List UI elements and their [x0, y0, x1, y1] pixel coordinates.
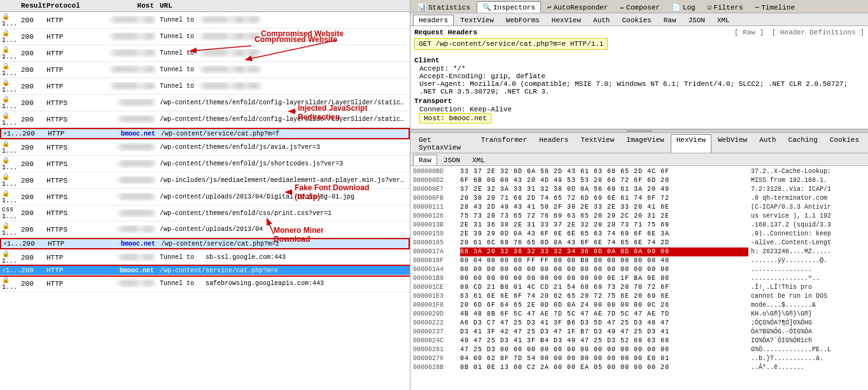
- subtab-json[interactable]: JSON: [683, 15, 711, 25]
- resp-hexview[interactable]: HexView: [671, 134, 711, 153]
- hex-address: 0000013B: [413, 221, 458, 230]
- table-row[interactable]: 🔒1... 200 HTTP nnnnn.nnn Tunnel to safeb…: [0, 275, 410, 292]
- row-protocol: HTTP: [45, 266, 80, 275]
- resp-textview[interactable]: TextView: [575, 134, 620, 153]
- transport-section-label: Transport: [414, 97, 864, 105]
- table-row[interactable]: 🔒1... 200 HTTP nnnnnnn.com Tunnel to nnn…: [0, 12, 410, 29]
- hex-bytes: 04 00 62 8F 7D 54 00 00 00 00 00 00 00 0…: [460, 354, 748, 363]
- row-host: nnnnnnnnn: [80, 193, 156, 201]
- row-icon: 🔒1...: [0, 221, 19, 237]
- tab-inspectors[interactable]: 🔍 Inspectors: [477, 1, 541, 13]
- table-row[interactable]: 🔒1... 200 HTTP nnnnnnn.com Tunnel to nnn…: [0, 62, 410, 78]
- hex-view[interactable]: 000000BD33 37 2E 32 0D 0A 58 2D 43 61 63…: [410, 166, 868, 390]
- hex-address: 0000024C: [413, 337, 458, 345]
- row-protocol: HTTPS: [45, 176, 80, 185]
- subtab-headers[interactable]: Headers: [413, 15, 454, 25]
- subtab-raw[interactable]: Raw: [658, 15, 682, 25]
- hex-ascii: IG%ÓA?´ÓIG%ÓRich: [751, 337, 865, 345]
- tab-filters[interactable]: ☑ Filters: [702, 1, 749, 13]
- hex-bytes: 20 61 6C 69 76 65 0D 0A 43 6F 6E 74 65 6…: [460, 239, 748, 247]
- table-row[interactable]: 🔒1... 200 HTTP nnnnnnn.com Tunnel to nnn…: [0, 78, 410, 95]
- raw-link[interactable]: [ Raw ]: [734, 29, 764, 36]
- header-user-agent: User-Agent: Mozilla/4.0 (compatible; MSI…: [419, 80, 864, 95]
- hex-json[interactable]: JSON: [438, 155, 466, 165]
- row-protocol: HTTP: [45, 66, 80, 74]
- hex-ascii: h: 2623246....MZ.....: [751, 247, 865, 256]
- col-icon-header: [0, 1, 19, 10]
- header-accept: Accept: */*: [419, 65, 864, 73]
- table-row[interactable]: 🔒1... 206 HTTPS nnnnn.nnn /wp-content/up…: [0, 221, 410, 238]
- statistics-icon: 📊: [417, 3, 426, 11]
- request-headers-title-bar: Request Headers [ Raw ] [ Header Definit…: [414, 29, 864, 36]
- hex-bytes: 00 04 00 00 00 FF FF 00 00 B8 00 00 00 0…: [460, 256, 748, 265]
- hex-line: 000001CE09 CD 21 B8 01 4C CD 21 54 68 69…: [413, 283, 865, 292]
- subtab-cookies[interactable]: Cookies: [616, 15, 657, 25]
- hex-address: 0000017A: [413, 247, 458, 256]
- hex-bytes: 00 00 00 00 00 00 00 00 00 00 00 00 00 0…: [460, 265, 748, 274]
- table-row[interactable]: 🔒1... 200 HTTP nnnnnnn.com Tunnel to nnn…: [0, 45, 410, 62]
- tab-composer[interactable]: ✏️ Composer: [614, 1, 665, 13]
- row-url: Tunnel to nnnnnnn.com:443: [156, 16, 410, 24]
- table-row[interactable]: 🔒1... 200 HTTP nnnnnnn.com Tunnel to nnn…: [0, 29, 410, 45]
- hex-bytes: 6F 6B 00 00 43 20 4D 49 53 53 20 66 72 6…: [460, 176, 748, 185]
- header-defs-link[interactable]: [ Header Definitions ]: [772, 29, 864, 36]
- top-tabs: 📊 Statistics 🔍 Inspectors ↩ AutoResponde…: [410, 0, 868, 13]
- hex-bytes: D3 41 3F 42 47 25 D3 47 1F B7 D3 49 47 2…: [460, 328, 748, 337]
- hex-line: 0000016520 61 6C 69 76 65 0D 0A 43 6F 6E…: [413, 239, 865, 247]
- row-result: 200: [19, 82, 45, 91]
- row-result: 200: [20, 129, 46, 138]
- row-result: 200: [19, 266, 45, 275]
- hex-ascii: ..b.}T...........à.: [751, 354, 865, 363]
- hex-line: 00000222A6 D3 C7 47 25 D3 41 3F B6 D3 5D…: [413, 319, 865, 328]
- row-icon: 🔒1...: [0, 12, 19, 28]
- subtab-xml[interactable]: XML: [711, 15, 736, 25]
- table-row[interactable]: 🔒1... 200 HTTP nnnnn.nnn Tunnel to sb-ss…: [0, 249, 410, 266]
- resp-webview[interactable]: WebView: [712, 134, 753, 153]
- row-protocol: HTTPS: [45, 193, 80, 202]
- resp-cookies[interactable]: Cookies: [824, 134, 865, 153]
- table-row[interactable]: 🔒1... 200 HTTPS nnnnnnnnn /wp-content/th…: [0, 156, 410, 172]
- row-icon: ⚡1...: [1, 129, 20, 138]
- tab-timeline[interactable]: ─ Timeline: [750, 1, 801, 13]
- fake-font-row[interactable]: ⚡1... 200 HTTP bmooc.net /wp-content/ser…: [0, 238, 410, 249]
- row-icon: 🔒1...: [0, 139, 19, 155]
- tab-autoresponder[interactable]: ↩ AutoResponder: [542, 1, 613, 13]
- subtab-auth[interactable]: Auth: [587, 15, 615, 25]
- resp-imageview[interactable]: ImageView: [620, 134, 669, 153]
- tab-log[interactable]: 📄 Log: [666, 1, 701, 13]
- request-headers-section: Request Headers [ Raw ] [ Header Definit…: [410, 26, 868, 129]
- hex-bytes: 47 25 D3 00 00 00 00 00 00 00 00 00 00 0…: [460, 345, 748, 354]
- hex-address: 000000D2: [413, 176, 458, 185]
- row-url: /wp-content/service/cat.php?m=f: [157, 130, 409, 138]
- hex-xml[interactable]: XML: [466, 155, 491, 165]
- header-accept-encoding: Accept-Encoding: gzip, deflate: [419, 73, 864, 80]
- table-row[interactable]: 🔒1... 200 HTTPS nnnnnnnnn /wp-content/th…: [0, 139, 410, 156]
- row-host: nnnnnnnnn: [80, 99, 156, 107]
- row-result: 200: [19, 99, 45, 108]
- row-protocol: HTTP: [45, 82, 80, 91]
- filters-icon: ☑: [708, 3, 712, 11]
- tab-statistics[interactable]: 📊 Statistics: [412, 1, 476, 13]
- row-icon: 🔒1...: [0, 156, 19, 172]
- subtab-webforms[interactable]: WebForms: [500, 15, 545, 25]
- header-connection: Connection: Keep-Alive: [419, 106, 864, 113]
- row-protocol: HTTP: [45, 32, 80, 41]
- subtab-hexview[interactable]: HexView: [546, 15, 587, 25]
- hex-raw[interactable]: Raw: [413, 155, 437, 165]
- table-row[interactable]: css 1... 200 HTTPS nnnnnnnnn /wp-content…: [0, 205, 410, 221]
- resp-caching[interactable]: Caching: [783, 134, 823, 153]
- resp-syntaxview[interactable]: Get SyntaxView: [413, 134, 475, 153]
- hex-line: 000001E363 61 6E 6E 6F 74 20 62 65 20 72…: [413, 292, 865, 301]
- row-icon: 🔒1...: [0, 45, 19, 61]
- row-icon: ⚡1...: [0, 266, 19, 275]
- resp-headers[interactable]: Headers: [533, 134, 574, 153]
- subtab-textview[interactable]: TextView: [454, 15, 500, 25]
- resp-transformer[interactable]: Transformer: [475, 134, 533, 153]
- hex-ascii: .9)..Connection: keep: [751, 230, 865, 239]
- row-result: 200: [20, 239, 46, 248]
- row-icon: 🔒1...: [0, 189, 19, 205]
- injected-js-row[interactable]: ⚡1... 200 HTTP bmooc.net /wp-content/ser…: [0, 128, 410, 139]
- hex-address: 00000165: [413, 239, 458, 247]
- resp-auth[interactable]: Auth: [753, 134, 781, 153]
- monero-row[interactable]: ⚡1... 200 HTTP bmooc.net /wp-content/ser…: [0, 266, 410, 275]
